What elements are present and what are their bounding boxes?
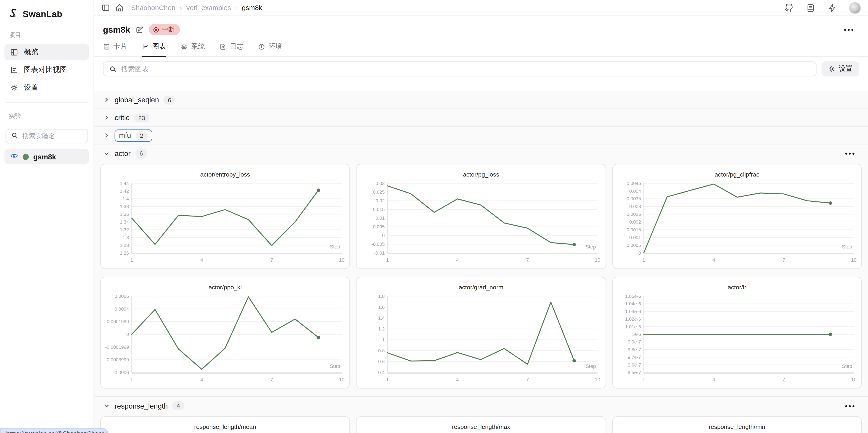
svg-text:7: 7 [782,377,785,382]
chart-toolbar: 设置 [94,57,868,82]
chart-title: response_length/min [613,417,861,431]
chevron-down-icon[interactable] [103,402,110,409]
section-count-badge: 4 [172,401,185,410]
status-badge-label: 中断 [162,25,174,34]
chevron-right-icon[interactable] [103,132,110,139]
chart-card[interactable]: actor/ppo_kl0.00060.00040.00019990-0.000… [100,277,350,389]
chart-card[interactable]: actor/entropy_loss1.441.421.41.381.361.3… [100,164,350,269]
chart-search-input[interactable] [121,65,810,73]
tab-logs[interactable]: 日志 [219,42,244,56]
section-more-button[interactable]: ••• [845,149,859,157]
chevron-right-icon[interactable] [103,96,110,104]
chart-card[interactable]: response_length/max270265260255250245240… [356,416,606,433]
svg-text:1.04e-6: 1.04e-6 [625,301,641,306]
section-more-button[interactable]: ••• [845,401,859,410]
github-icon[interactable] [784,3,794,12]
svg-text:Step: Step [330,363,340,369]
svg-text:9.7e-7: 9.7e-7 [627,354,641,360]
bar-chart-icon [10,66,18,74]
docs-book-icon[interactable] [806,3,815,12]
breadcrumb-run[interactable]: gsm8k [242,4,262,12]
chart-plot: 27026526025525024524023514710Step [357,431,606,433]
svg-text:0.0015: 0.0015 [626,227,641,232]
chart-card[interactable]: actor/lr1.05e-61.04e-61.03e-61.02e-61.01… [612,277,862,389]
section-actor[interactable]: actor 6 ••• [94,145,868,162]
chart-card[interactable]: actor/pg_clipfrac0.00450.0040.00350.0030… [612,164,862,269]
main-content: gsm8k 中断 ••• [94,17,868,433]
breadcrumb-user[interactable]: ShaohonChen [131,4,176,12]
section-name: actor [115,149,131,157]
edit-pencil-icon[interactable] [136,26,144,34]
experiment-search-input[interactable] [22,132,83,140]
tab-cards[interactable]: 卡片 [103,42,127,56]
chart-title: actor/pg_loss [357,164,606,179]
sidebar-run-gsm8k[interactable]: gsm8k [4,149,89,164]
chart-card[interactable]: response_length/mean21521421321221121020… [100,416,350,433]
lightning-icon[interactable] [828,3,837,12]
tab-environment[interactable]: 环境 [258,42,282,56]
svg-text:10: 10 [595,257,600,263]
svg-text:10: 10 [339,257,344,263]
svg-text:0.01: 0.01 [376,215,385,221]
sidebar-item-settings[interactable]: 设置 [4,79,89,96]
chart-sections: global_seqlen 6 critic 23 mfu 2 [94,91,868,433]
svg-text:4: 4 [456,377,459,382]
svg-text:10: 10 [851,257,856,263]
sidebar-item-label: 设置 [24,83,38,92]
chart-plot: 1.441.421.41.381.361.341.321.31.281.2614… [101,179,349,269]
chart-plot: 3530252015105014710Step [613,431,861,433]
svg-text:1: 1 [386,377,389,382]
sidebar-section-experiment: 实验 [4,110,89,124]
svg-text:1.4: 1.4 [378,315,385,321]
avatar[interactable] [849,2,861,13]
tab-charts[interactable]: 图表 [142,42,166,56]
section-critic[interactable]: critic 23 [94,109,868,127]
section-response-length[interactable]: response_length 4 ••• [94,397,868,415]
chevron-right-icon: › [235,4,237,11]
chevron-down-icon[interactable] [103,150,110,157]
gear-icon [828,65,836,73]
svg-text:-0.0001999: -0.0001999 [105,344,129,350]
chart-title: actor/ppo_kl [101,277,349,291]
section-mfu[interactable]: mfu 2 [94,127,868,145]
svg-text:7: 7 [271,377,273,382]
run-more-button[interactable]: ••• [844,25,859,34]
chart-search-box[interactable] [103,61,816,76]
svg-text:10: 10 [595,377,600,382]
status-badge: 中断 [149,24,180,35]
svg-text:-0.005: -0.005 [372,241,385,247]
svg-text:1.8: 1.8 [378,293,385,299]
chart-settings-button[interactable]: 设置 [822,61,859,76]
chart-card[interactable]: response_length/min3530252015105014710St… [612,416,862,433]
svg-text:0.0004: 0.0004 [115,306,129,311]
svg-text:0.003: 0.003 [629,204,641,209]
tab-system[interactable]: 系统 [181,42,205,56]
section-global-seqlen[interactable]: global_seqlen 6 [94,91,868,109]
breadcrumb-project[interactable]: verl_examples [186,4,231,12]
section-count-badge: 23 [134,113,149,122]
run-name: gsm8k [33,153,56,161]
svg-text:4: 4 [456,257,459,263]
gear-icon [10,83,18,92]
svg-text:0.0001999: 0.0001999 [107,319,129,324]
sidebar-item-overview[interactable]: 概览 [4,43,89,60]
brand-logo[interactable]: SwanLab [4,7,89,29]
svg-text:4: 4 [712,257,715,263]
tab-label: 环境 [269,42,282,51]
tab-label: 系统 [191,42,205,51]
sidebar-item-chart-compare[interactable]: 图表对比视图 [4,61,89,78]
tab-label: 图表 [152,42,166,51]
eye-icon[interactable] [10,151,18,162]
chevron-right-icon[interactable] [103,114,110,121]
section-focus-ring: mfu 2 [115,129,152,142]
swanlab-app: SwanLab 项目 概览 图表对比视图 [0,0,868,433]
sidebar-toggle-icon[interactable] [101,3,110,12]
chart-card[interactable]: actor/pg_loss0.030.0250.020.0150.010.005… [356,164,606,269]
experiment-search-box[interactable] [5,129,88,144]
chart-card[interactable]: actor/grad_norm1.81.61.41.210.80.60.4147… [356,277,606,389]
svg-text:10: 10 [339,377,344,382]
section-name: mfu [119,131,131,139]
svg-text:0.0006: 0.0006 [115,293,129,299]
svg-text:7: 7 [526,257,529,263]
home-icon[interactable] [115,3,124,12]
